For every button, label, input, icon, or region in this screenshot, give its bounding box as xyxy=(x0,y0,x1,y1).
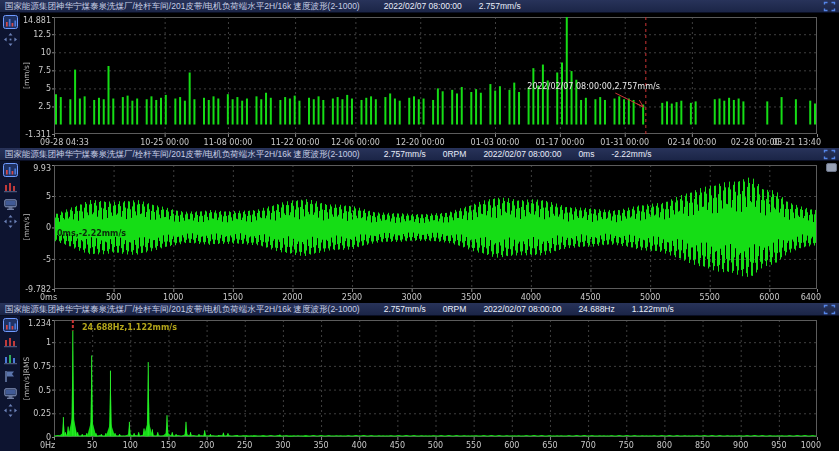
measurement-path: 国家能源集团神华宁煤泰泉洗煤厂/栓杆车间/201皮带/电机负荷端水平2H/16k… xyxy=(5,1,360,11)
waveform-chart[interactable] xyxy=(20,161,839,303)
measurement-path: 国家能源集团神华宁煤泰泉洗煤厂/栓杆车间/201皮带/电机负荷端水平2H/16k… xyxy=(5,304,360,314)
titlebar-field: 24.688Hz xyxy=(578,304,614,314)
trend-toolbar xyxy=(0,13,20,148)
monitor-icon[interactable] xyxy=(3,386,18,400)
move-icon[interactable] xyxy=(3,403,18,417)
monitor-icon[interactable] xyxy=(3,197,18,211)
titlebar-field: 0RPM xyxy=(443,304,467,314)
chart-active-icon[interactable] xyxy=(3,163,18,177)
bars-red-icon[interactable] xyxy=(3,335,18,349)
trend-chart[interactable] xyxy=(20,13,839,148)
waveform-titlebar: 国家能源集团神华宁煤泰泉洗煤厂/栓杆车间/201皮带/电机负荷端水平2H/16k… xyxy=(0,148,839,161)
spectrum-titlebar: 国家能源集团神华宁煤泰泉洗煤厂/栓杆车间/201皮带/电机负荷端水平2H/16k… xyxy=(0,303,839,316)
trend-titlebar: 国家能源集团神华宁煤泰泉洗煤厂/栓杆车间/201皮带/电机负荷端水平2H/16k… xyxy=(0,0,839,13)
move-icon[interactable] xyxy=(3,214,18,228)
measurement-path: 国家能源集团神华宁煤泰泉洗煤厂/栓杆车间/201皮带/电机负荷端水平2H/16k… xyxy=(5,149,360,159)
expand-icon[interactable] xyxy=(823,1,836,12)
panel-menu-icon[interactable] xyxy=(826,163,837,172)
titlebar-field: 2.757mm/s xyxy=(384,304,426,314)
chart-active-icon[interactable] xyxy=(3,318,18,332)
spectrum-chart[interactable] xyxy=(20,316,839,451)
waveform-toolbar xyxy=(0,161,20,303)
titlebar-field: 2022/02/07 08:00:00 xyxy=(483,304,561,314)
titlebar-field: 2022/02/07 08:00:00 xyxy=(384,1,462,11)
spectrum-panel: 国家能源集团神华宁煤泰泉洗煤厂/栓杆车间/201皮带/电机负荷端水平2H/16k… xyxy=(0,303,839,451)
spectrum-toolbar xyxy=(0,316,20,451)
titlebar-field: 1.122mm/s xyxy=(632,304,674,314)
titlebar-field: 0ms xyxy=(578,149,594,159)
flag-icon[interactable] xyxy=(3,369,18,383)
move-icon[interactable] xyxy=(3,32,18,46)
titlebar-field: 0RPM xyxy=(443,149,467,159)
chart-active-icon[interactable] xyxy=(3,15,18,29)
titlebar-field: -2.22mm/s xyxy=(611,149,651,159)
titlebar-field: 2.757mm/s xyxy=(384,149,426,159)
bars-red-icon[interactable] xyxy=(3,180,18,194)
titlebar-field: 2022/02/07 08:00:00 xyxy=(483,149,561,159)
titlebar-field: 2.757mm/s xyxy=(479,1,521,11)
waveform-panel: 国家能源集团神华宁煤泰泉洗煤厂/栓杆车间/201皮带/电机负荷端水平2H/16k… xyxy=(0,148,839,303)
expand-icon[interactable] xyxy=(823,149,836,160)
expand-icon[interactable] xyxy=(823,304,836,315)
bars-blue-icon[interactable] xyxy=(3,352,18,366)
trend-panel: 国家能源集团神华宁煤泰泉洗煤厂/栓杆车间/201皮带/电机负荷端水平2H/16k… xyxy=(0,0,839,148)
vibration-analysis-app: 国家能源集团神华宁煤泰泉洗煤厂/栓杆车间/201皮带/电机负荷端水平2H/16k… xyxy=(0,0,839,451)
